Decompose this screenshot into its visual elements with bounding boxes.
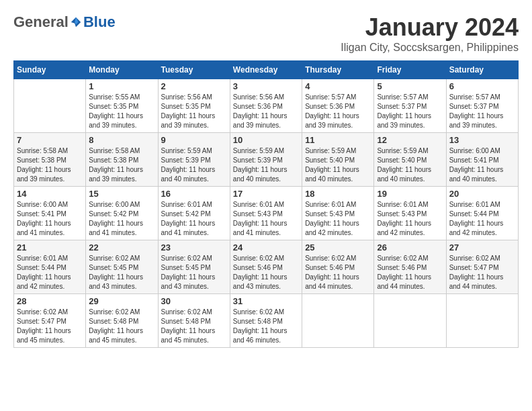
logo-icon (70, 16, 82, 28)
calendar-week-row: 21Sunrise: 6:01 AMSunset: 5:44 PMDayligh… (14, 240, 519, 294)
day-info: Sunrise: 5:56 AMSunset: 5:35 PMDaylight:… (161, 93, 227, 130)
weekday-header-thursday: Thursday (302, 61, 374, 79)
day-number: 17 (233, 189, 299, 199)
day-info: Sunrise: 5:59 AMSunset: 5:40 PMDaylight:… (305, 146, 371, 184)
day-info: Sunrise: 6:00 AMSunset: 5:41 PMDaylight:… (17, 200, 83, 238)
day-info: Sunrise: 6:02 AMSunset: 5:46 PMDaylight:… (233, 254, 299, 291)
day-info: Sunrise: 6:01 AMSunset: 5:43 PMDaylight:… (305, 200, 371, 238)
day-number: 8 (89, 135, 154, 145)
calendar-empty-cell (302, 294, 374, 348)
calendar-empty-cell (14, 79, 86, 133)
calendar-table: SundayMondayTuesdayWednesdayThursdayFrid… (13, 60, 519, 348)
day-number: 15 (89, 189, 154, 199)
day-number: 19 (377, 189, 443, 199)
day-info: Sunrise: 6:01 AMSunset: 5:42 PMDaylight:… (161, 200, 227, 238)
day-info: Sunrise: 6:02 AMSunset: 5:46 PMDaylight:… (377, 254, 443, 291)
day-info: Sunrise: 6:02 AMSunset: 5:47 PMDaylight:… (17, 308, 83, 345)
day-number: 16 (161, 189, 227, 199)
calendar-day-cell: 11Sunrise: 5:59 AMSunset: 5:40 PMDayligh… (302, 133, 374, 187)
calendar-day-cell: 23Sunrise: 6:02 AMSunset: 5:45 PMDayligh… (158, 240, 230, 294)
day-number: 4 (305, 81, 371, 91)
calendar-day-cell: 30Sunrise: 6:02 AMSunset: 5:48 PMDayligh… (158, 294, 230, 348)
calendar-day-cell: 19Sunrise: 6:01 AMSunset: 5:43 PMDayligh… (374, 187, 446, 240)
weekday-header-friday: Friday (374, 61, 446, 79)
calendar-day-cell: 28Sunrise: 6:02 AMSunset: 5:47 PMDayligh… (14, 294, 86, 348)
calendar-week-row: 28Sunrise: 6:02 AMSunset: 5:47 PMDayligh… (14, 294, 519, 348)
day-number: 23 (161, 242, 227, 253)
day-number: 13 (449, 135, 515, 145)
calendar-day-cell: 10Sunrise: 5:59 AMSunset: 5:39 PMDayligh… (230, 133, 302, 187)
calendar-day-cell: 6Sunrise: 5:57 AMSunset: 5:37 PMDaylight… (446, 79, 518, 133)
calendar-day-cell: 27Sunrise: 6:02 AMSunset: 5:47 PMDayligh… (446, 240, 518, 294)
day-info: Sunrise: 5:58 AMSunset: 5:38 PMDaylight:… (89, 146, 154, 184)
day-number: 28 (17, 296, 83, 306)
calendar-day-cell: 22Sunrise: 6:02 AMSunset: 5:45 PMDayligh… (86, 240, 158, 294)
calendar-week-row: 14Sunrise: 6:00 AMSunset: 5:41 PMDayligh… (14, 187, 519, 240)
day-number: 1 (89, 81, 154, 91)
day-number: 26 (377, 242, 443, 253)
day-info: Sunrise: 5:55 AMSunset: 5:35 PMDaylight:… (89, 93, 154, 130)
calendar-day-cell: 2Sunrise: 5:56 AMSunset: 5:35 PMDaylight… (158, 79, 230, 133)
day-info: Sunrise: 6:02 AMSunset: 5:47 PMDaylight:… (449, 254, 515, 291)
day-number: 11 (305, 135, 371, 145)
calendar-day-cell: 25Sunrise: 6:02 AMSunset: 5:46 PMDayligh… (302, 240, 374, 294)
logo: General Blue (13, 13, 116, 31)
calendar-day-cell: 9Sunrise: 5:59 AMSunset: 5:39 PMDaylight… (158, 133, 230, 187)
day-number: 30 (161, 296, 227, 306)
day-number: 22 (89, 242, 154, 253)
calendar-day-cell: 26Sunrise: 6:02 AMSunset: 5:46 PMDayligh… (374, 240, 446, 294)
day-number: 29 (89, 296, 154, 306)
calendar-day-cell: 14Sunrise: 6:00 AMSunset: 5:41 PMDayligh… (14, 187, 86, 240)
calendar-day-cell: 31Sunrise: 6:02 AMSunset: 5:48 PMDayligh… (230, 294, 302, 348)
day-info: Sunrise: 6:01 AMSunset: 5:43 PMDaylight:… (233, 200, 299, 238)
day-number: 5 (377, 81, 443, 91)
day-info: Sunrise: 5:58 AMSunset: 5:38 PMDaylight:… (17, 146, 83, 184)
day-info: Sunrise: 6:02 AMSunset: 5:48 PMDaylight:… (161, 308, 227, 345)
day-number: 18 (305, 189, 371, 199)
day-number: 14 (17, 189, 83, 199)
day-number: 10 (233, 135, 299, 145)
calendar-week-row: 7Sunrise: 5:58 AMSunset: 5:38 PMDaylight… (14, 133, 519, 187)
calendar-day-cell: 12Sunrise: 5:59 AMSunset: 5:40 PMDayligh… (374, 133, 446, 187)
calendar-day-cell: 29Sunrise: 6:02 AMSunset: 5:48 PMDayligh… (86, 294, 158, 348)
day-number: 12 (377, 135, 443, 145)
day-number: 20 (449, 189, 515, 199)
weekday-header-tuesday: Tuesday (158, 61, 230, 79)
calendar-day-cell: 15Sunrise: 6:00 AMSunset: 5:42 PMDayligh… (86, 187, 158, 240)
day-number: 9 (161, 135, 227, 145)
calendar-day-cell: 1Sunrise: 5:55 AMSunset: 5:35 PMDaylight… (86, 79, 158, 133)
calendar-day-cell: 5Sunrise: 5:57 AMSunset: 5:37 PMDaylight… (374, 79, 446, 133)
day-info: Sunrise: 6:02 AMSunset: 5:46 PMDaylight:… (305, 254, 371, 291)
day-number: 6 (449, 81, 515, 91)
calendar-day-cell: 16Sunrise: 6:01 AMSunset: 5:42 PMDayligh… (158, 187, 230, 240)
page-header: General Blue January 2024 Iligan City, S… (13, 13, 519, 54)
day-info: Sunrise: 6:00 AMSunset: 5:42 PMDaylight:… (89, 200, 154, 238)
calendar-day-cell: 8Sunrise: 5:58 AMSunset: 5:38 PMDaylight… (86, 133, 158, 187)
day-number: 2 (161, 81, 227, 91)
day-number: 7 (17, 135, 83, 145)
weekday-header-sunday: Sunday (14, 61, 86, 79)
day-info: Sunrise: 5:59 AMSunset: 5:40 PMDaylight:… (377, 146, 443, 184)
month-title: January 2024 (341, 13, 519, 42)
day-info: Sunrise: 5:56 AMSunset: 5:36 PMDaylight:… (233, 93, 299, 130)
weekday-header-wednesday: Wednesday (230, 61, 302, 79)
calendar-day-cell: 20Sunrise: 6:01 AMSunset: 5:44 PMDayligh… (446, 187, 518, 240)
day-info: Sunrise: 6:02 AMSunset: 5:48 PMDaylight:… (233, 308, 299, 345)
day-info: Sunrise: 5:59 AMSunset: 5:39 PMDaylight:… (161, 146, 227, 184)
day-info: Sunrise: 6:02 AMSunset: 5:48 PMDaylight:… (89, 308, 154, 345)
day-number: 25 (305, 242, 371, 253)
day-info: Sunrise: 6:00 AMSunset: 5:41 PMDaylight:… (449, 146, 515, 184)
day-number: 24 (233, 242, 299, 253)
title-block: January 2024 Iligan City, Soccsksargen, … (341, 13, 519, 54)
day-info: Sunrise: 5:59 AMSunset: 5:39 PMDaylight:… (233, 146, 299, 184)
calendar-day-cell: 4Sunrise: 5:57 AMSunset: 5:36 PMDaylight… (302, 79, 374, 133)
day-number: 31 (233, 296, 299, 306)
calendar-day-cell: 3Sunrise: 5:56 AMSunset: 5:36 PMDaylight… (230, 79, 302, 133)
logo-general-text: General (13, 13, 69, 31)
calendar-empty-cell (446, 294, 518, 348)
day-info: Sunrise: 6:02 AMSunset: 5:45 PMDaylight:… (89, 254, 154, 291)
weekday-header-monday: Monday (86, 61, 158, 79)
calendar-day-cell: 24Sunrise: 6:02 AMSunset: 5:46 PMDayligh… (230, 240, 302, 294)
calendar-day-cell: 7Sunrise: 5:58 AMSunset: 5:38 PMDaylight… (14, 133, 86, 187)
calendar-day-cell: 18Sunrise: 6:01 AMSunset: 5:43 PMDayligh… (302, 187, 374, 240)
